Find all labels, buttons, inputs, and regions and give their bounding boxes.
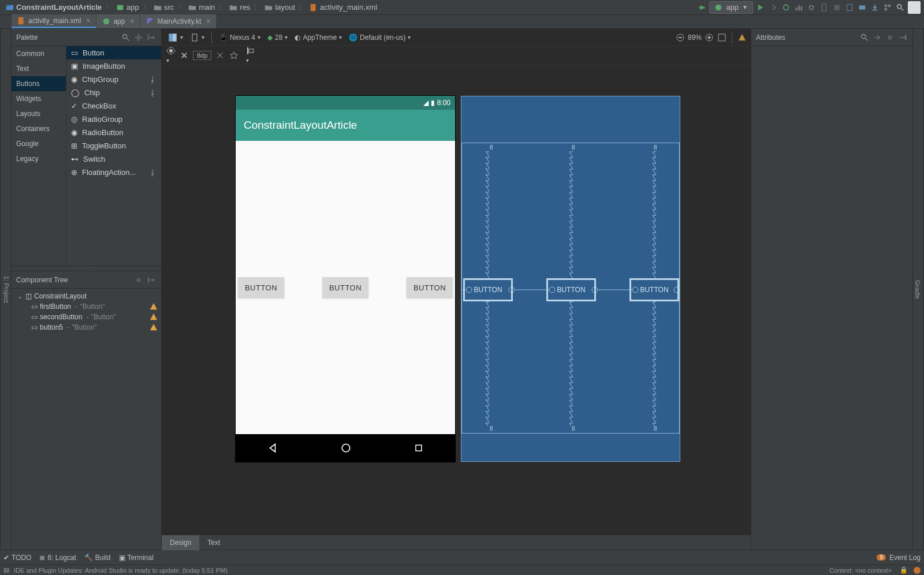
attach-debugger-icon[interactable] [806,2,817,13]
hide-icon[interactable] [897,32,908,43]
close-icon[interactable]: × [204,17,210,25]
palette-item-button[interactable]: ▭Button [66,46,161,59]
stop-icon[interactable] [832,2,842,13]
locale-selector[interactable]: 🌐Default (en-us)▾ [346,33,413,42]
canvas-scroll[interactable]: ◢ ▮ 8:00 ConstraintLayoutArticle BUTTON … [162,65,751,535]
blueprint-constraintlayout[interactable]: 8 8 8 8 8 8 [461,143,680,434]
palette-cat-layouts[interactable]: Layouts [12,106,66,121]
surface-selector[interactable]: ▾ [165,32,185,43]
palette-item-fab[interactable]: ⊕FloatingAction...⭳ [66,166,161,179]
palette-item-chip[interactable]: ◯Chip⭳ [66,86,161,99]
breadcrumb-src[interactable]: src [151,3,176,12]
hide-icon[interactable] [146,32,157,43]
palette-cat-common[interactable]: Common [12,46,66,61]
gear-icon[interactable] [133,32,144,43]
sdk-manager-icon[interactable] [857,2,867,13]
status-menu-icon[interactable]: ▤ [3,566,9,574]
preview-button-1[interactable]: BUTTON [238,277,284,298]
palette-item-radiobutton[interactable]: ◉RadioButton [66,126,161,139]
debug-icon[interactable] [781,2,791,13]
palette-cat-containers[interactable]: Containers [12,121,66,136]
user-avatar[interactable] [908,1,921,14]
palette-item-togglebutton[interactable]: ⊞ToggleButton [66,139,161,152]
palette-cat-widgets[interactable]: Widgets [12,91,66,106]
palette-cat-buttons[interactable]: Buttons [12,76,66,91]
sync-icon[interactable] [696,2,707,13]
gradle-tool-button[interactable]: Gradle [913,275,922,303]
palette-cat-legacy[interactable]: Legacy [12,151,66,166]
theme-selector[interactable]: ◐AppTheme▾ [292,33,344,42]
zoom-fit-icon[interactable] [717,32,727,43]
palette-cat-text[interactable]: Text [12,61,66,76]
download-icon[interactable]: ⭳ [149,168,157,177]
breadcrumb-app[interactable]: app [114,3,141,12]
warning-icon[interactable] [150,323,158,331]
warning-icon[interactable] [150,313,158,321]
device-preview[interactable]: ◢ ▮ 8:00 ConstraintLayoutArticle BUTTON … [236,96,455,462]
expand-icon[interactable] [872,32,882,43]
search-icon[interactable] [121,32,131,43]
gear-icon[interactable] [133,275,144,285]
orientation-selector[interactable]: ▾ [188,33,207,42]
gear-icon[interactable] [885,32,895,43]
palette-item-imagebutton[interactable]: ▣ImageButton [66,59,161,73]
blueprint-view[interactable]: 8 8 8 8 8 8 [461,96,680,462]
infer-constraints-icon[interactable] [229,50,239,61]
apply-changes-icon[interactable] [768,2,778,13]
tab-mainactivity-kt[interactable]: MainActivity.kt × [140,14,217,28]
tab-design[interactable]: Design [162,535,199,550]
palette-cat-google[interactable]: Google [12,136,66,151]
captures-tool-button[interactable]: Captures [0,272,2,307]
context-label[interactable]: Context: <no context> [829,567,892,574]
terminal-tool-button[interactable]: ▣Terminal [119,554,154,562]
phone-content[interactable]: BUTTON BUTTON BUTTON [236,141,455,434]
tree-root[interactable]: ⌄ ◫ ConstraintLayout [15,291,158,301]
tab-text[interactable]: Text [199,535,228,550]
project-tool-button[interactable]: 1: Project [2,271,11,307]
logcat-tool-button[interactable]: ≣6: Logcat [39,554,76,562]
palette-item-chipgroup[interactable]: ◉ChipGroup⭳ [66,73,161,86]
close-icon[interactable]: × [128,17,134,25]
warning-icon[interactable] [150,303,158,311]
build-tool-button[interactable]: 🔨Build [84,554,111,562]
download-icon[interactable] [870,2,880,13]
run-button[interactable] [755,2,766,13]
autoconnect-icon[interactable] [179,50,189,61]
palette-item-radiogroup[interactable]: ◎RadioGroup [66,113,161,126]
breadcrumb-project[interactable]: ConstraintLayoutArticle [3,3,104,12]
breadcrumb-res[interactable]: res [227,3,252,12]
lock-icon[interactable]: 🔒 [900,566,908,574]
clear-constraints-icon[interactable] [215,50,225,61]
api-selector[interactable]: ◆28▾ [265,33,290,42]
tab-app-gradle[interactable]: app × [96,14,140,28]
pack-align-menu[interactable]: ▾ [246,46,255,64]
zoom-in-icon[interactable] [704,32,714,43]
panel-splitter[interactable]: ⋮⋮⋮⋮ [12,266,161,271]
profiler-icon[interactable] [793,2,804,13]
search-icon[interactable] [859,32,870,43]
tab-activity-main-xml[interactable]: activity_main.xml × [12,14,96,28]
avd-manager-icon[interactable] [844,2,855,13]
zoom-out-icon[interactable] [675,32,685,43]
tree-node-secondbutton[interactable]: ▭ secondButton - "Button" [15,312,158,322]
preview-button-3[interactable]: BUTTON [407,277,453,298]
palette-item-checkbox[interactable]: ✓CheckBox [66,99,161,113]
preview-button-2[interactable]: BUTTON [322,277,368,298]
tree-node-firstbutton[interactable]: ▭ firstButton - "Button" [15,301,158,312]
hide-icon[interactable] [146,275,157,285]
breadcrumb-main[interactable]: main [186,3,217,12]
expand-icon[interactable]: ⌄ [17,292,23,300]
blueprint-button-3[interactable]: BUTTON [631,279,678,300]
blueprint-button-2[interactable]: BUTTON [547,279,595,300]
tree-node-button5[interactable]: ▭ button5 - "Button" [15,322,158,333]
breadcrumb-file[interactable]: activity_main.xml [307,3,379,12]
project-structure-icon[interactable] [882,2,893,13]
device-selector[interactable]: 📱Nexus 4▾ [217,33,263,42]
download-icon[interactable]: ⭳ [149,88,157,97]
status-indicator-icon[interactable] [914,567,921,574]
download-icon[interactable]: ⭳ [149,75,157,84]
todo-tool-button[interactable]: ✔TODO [3,554,31,562]
breadcrumb-layout[interactable]: layout [262,3,297,12]
search-everywhere-icon[interactable] [895,2,906,13]
default-margin-input[interactable]: 8dp [193,51,211,60]
